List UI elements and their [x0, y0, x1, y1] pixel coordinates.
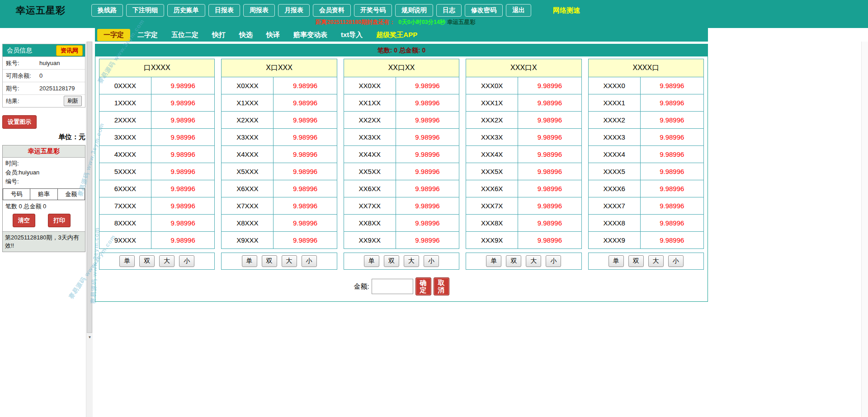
quick-select-button[interactable]: 小 [179, 255, 194, 267]
print-button[interactable]: 打印 [48, 214, 71, 227]
bet-row[interactable]: XXX6X9.98996 [466, 180, 581, 197]
bet-row[interactable]: 0XXXX9.98996 [99, 77, 215, 94]
bet-row[interactable]: X8XXX9.98996 [222, 215, 337, 232]
bet-row[interactable]: X7XXX9.98996 [222, 197, 337, 215]
tab-item[interactable]: 快译 [260, 29, 286, 41]
quick-select-button[interactable]: 双 [506, 255, 521, 267]
bet-row[interactable]: X0XXX9.98996 [222, 77, 337, 94]
bet-row[interactable]: XXXX49.98996 [588, 146, 703, 163]
quick-select-button[interactable]: 大 [159, 255, 175, 267]
tab-item[interactable]: 赔率变动表 [287, 29, 334, 41]
bet-row[interactable]: XXX9X9.98996 [466, 232, 581, 249]
bet-row[interactable]: XXXX79.98996 [588, 197, 703, 215]
bet-row[interactable]: XX2XX9.98996 [344, 112, 459, 129]
bet-row[interactable]: 5XXXX9.98996 [99, 163, 215, 180]
scrollbar-thumb[interactable] [87, 42, 92, 333]
bet-row[interactable]: 1XXXX9.98996 [99, 94, 215, 112]
nav-button[interactable]: 日志 [436, 4, 462, 17]
quick-select-button[interactable]: 大 [648, 255, 664, 267]
bet-row[interactable]: XX5XX9.98996 [344, 163, 459, 180]
bet-row[interactable]: 3XXXX9.98996 [99, 129, 215, 146]
bet-row[interactable]: XX8XX9.98996 [344, 215, 459, 232]
quick-select-button[interactable]: 单 [609, 255, 624, 267]
quick-select-button[interactable]: 单 [242, 255, 257, 267]
quick-select-button[interactable]: 单 [119, 255, 135, 267]
bet-row[interactable]: XXXX29.98996 [588, 112, 703, 129]
bet-row[interactable]: X1XXX9.98996 [222, 94, 337, 112]
bet-row[interactable]: XXX4X9.98996 [466, 146, 581, 163]
tab-item[interactable]: 超级奖王APP [370, 29, 424, 41]
bet-row[interactable]: 9XXXX9.98996 [99, 232, 215, 249]
nav-button[interactable]: 历史账单 [167, 4, 205, 17]
quick-select-button[interactable]: 小 [302, 255, 317, 267]
bet-row[interactable]: X6XXX9.98996 [222, 180, 337, 197]
bet-row[interactable]: XX7XX9.98996 [344, 197, 459, 215]
quick-select-button[interactable]: 双 [262, 255, 277, 267]
nav-button[interactable]: 周报表 [243, 4, 275, 17]
tab-item[interactable]: 快打 [206, 29, 232, 41]
refresh-button[interactable]: 刷新 [64, 96, 82, 106]
bet-row[interactable]: X3XXX9.98996 [222, 129, 337, 146]
bet-row[interactable]: XXXX09.98996 [588, 77, 703, 94]
bet-row[interactable]: XXX8X9.98996 [466, 215, 581, 232]
quick-select-button[interactable]: 双 [628, 255, 644, 267]
bet-row[interactable]: XXX0X9.98996 [466, 77, 581, 94]
bet-row[interactable]: XXX2X9.98996 [466, 112, 581, 129]
bet-row[interactable]: XXX1X9.98996 [466, 94, 581, 112]
tab-active[interactable]: 一字定 [97, 29, 130, 41]
bet-row[interactable]: XX0XX9.98996 [344, 77, 459, 94]
quick-select-button[interactable]: 单 [486, 255, 501, 267]
bet-row[interactable]: XX4XX9.98996 [344, 146, 459, 163]
nav-button[interactable]: 开奖号码 [354, 4, 392, 17]
quick-select-button[interactable]: 大 [526, 255, 541, 267]
set-icon-button[interactable]: 设置图示 [2, 115, 37, 129]
bet-row[interactable]: 8XXXX9.98996 [99, 215, 215, 232]
bet-row[interactable]: XXXX19.98996 [588, 94, 703, 112]
amount-input[interactable] [372, 279, 413, 294]
scroll-down-arrow-icon[interactable]: ▼ [86, 334, 93, 341]
quick-select-button[interactable]: 双 [139, 255, 155, 267]
bet-row[interactable]: XXX3X9.98996 [466, 129, 581, 146]
bet-row[interactable]: X9XXX9.98996 [222, 232, 337, 249]
bet-row[interactable]: 2XXXX9.98996 [99, 112, 215, 129]
bet-row[interactable]: X4XXX9.98996 [222, 146, 337, 163]
quick-select-button[interactable]: 单 [364, 255, 379, 267]
clear-button[interactable]: 清空 [13, 214, 35, 227]
sidebar-scrollbar[interactable]: ▼ [86, 42, 93, 417]
bet-row[interactable]: 6XXXX9.98996 [99, 180, 215, 197]
tab-item[interactable]: txt导入 [335, 29, 369, 41]
bet-row[interactable]: XX9XX9.98996 [344, 232, 459, 249]
bet-row[interactable]: X5XXX9.98996 [222, 163, 337, 180]
bet-row[interactable]: XXXX69.98996 [588, 180, 703, 197]
tab-item[interactable]: 五位二定 [165, 29, 205, 41]
nav-button[interactable]: 换线路 [91, 4, 123, 17]
quick-select-button[interactable]: 小 [546, 255, 561, 267]
main-scrollbar[interactable] [861, 42, 868, 417]
quick-select-button[interactable]: 小 [668, 255, 684, 267]
nav-button[interactable]: 会员资料 [313, 4, 351, 17]
nav-button[interactable]: 退出 [506, 4, 531, 17]
cancel-button[interactable]: 取消 [434, 277, 449, 295]
bet-row[interactable]: 4XXXX9.98996 [99, 146, 215, 163]
news-site-button[interactable]: 资讯网 [56, 45, 83, 56]
bet-row[interactable]: 7XXXX9.98996 [99, 197, 215, 215]
bet-row[interactable]: XXX7X9.98996 [466, 197, 581, 215]
quick-select-button[interactable]: 大 [404, 255, 419, 267]
tab-item[interactable]: 快选 [233, 29, 259, 41]
bet-row[interactable]: X2XXX9.98996 [222, 112, 337, 129]
bet-row[interactable]: XX6XX9.98996 [344, 180, 459, 197]
network-speed-link[interactable]: 网络测速 [553, 6, 580, 15]
quick-select-button[interactable]: 小 [424, 255, 439, 267]
tab-item[interactable]: 二字定 [131, 29, 164, 41]
nav-button[interactable]: 月报表 [278, 4, 310, 17]
nav-button[interactable]: 下注明细 [126, 4, 164, 17]
bet-row[interactable]: XXXX99.98996 [588, 232, 703, 249]
bet-row[interactable]: XX3XX9.98996 [344, 129, 459, 146]
quick-select-button[interactable]: 双 [384, 255, 399, 267]
bet-row[interactable]: XXXX59.98996 [588, 163, 703, 180]
quick-select-button[interactable]: 大 [282, 255, 297, 267]
bet-row[interactable]: XXX5X9.98996 [466, 163, 581, 180]
bet-row[interactable]: XXXX39.98996 [588, 129, 703, 146]
bet-row[interactable]: XXXX89.98996 [588, 215, 703, 232]
nav-button[interactable]: 日报表 [208, 4, 240, 17]
